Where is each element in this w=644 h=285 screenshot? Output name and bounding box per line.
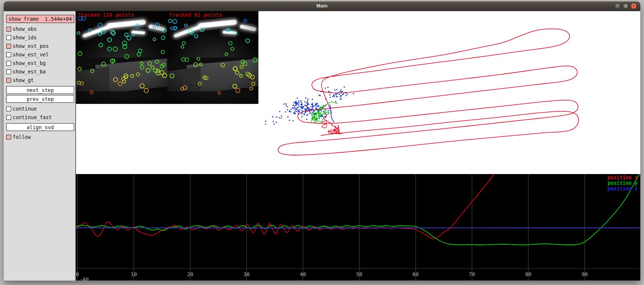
- feature-circle: [183, 86, 187, 89]
- checkbox-box-show_est_vel[interactable]: [6, 52, 11, 57]
- blue-landmark-dot: [299, 111, 300, 112]
- blue-landmark-dot: [315, 105, 316, 106]
- minimize-button[interactable]: ─: [614, 3, 621, 9]
- blue-landmark-dot: [312, 99, 313, 100]
- blue-landmark-dot: [293, 120, 294, 121]
- blue-landmark-dot: [340, 89, 341, 91]
- checkbox-label: show_gt: [13, 77, 34, 83]
- blue-landmark-dot: [307, 103, 308, 104]
- blue-landmark-dot: [300, 100, 301, 101]
- blue-landmark-dot: [341, 98, 342, 99]
- checkbox-follow[interactable]: follow: [6, 134, 74, 140]
- checkbox-show_est_ba[interactable]: show_est_ba: [6, 69, 74, 74]
- position-plot[interactable]: 0102030405060708090-40position xposition…: [76, 174, 640, 281]
- checkbox-box-continue_fast[interactable]: [6, 115, 11, 120]
- camera-image-0[interactable]: Tracked 116 points: [76, 11, 167, 104]
- blue-landmark-dot: [340, 96, 341, 98]
- feature-circle: [98, 32, 102, 36]
- blue-landmark-dot: [301, 102, 302, 103]
- blue-landmark-dot: [298, 111, 299, 112]
- checkbox-continue[interactable]: continue: [6, 106, 74, 111]
- button-prev_step[interactable]: prev_step: [6, 95, 74, 103]
- feature-circle: [127, 36, 131, 40]
- plot-canvas: [76, 174, 640, 281]
- checkbox-box-continue[interactable]: [6, 107, 11, 111]
- checkbox-label: show_est_ba: [13, 69, 46, 75]
- feature-circle: [140, 62, 143, 65]
- plot-legend: position xposition yposition z: [608, 175, 638, 191]
- checkbox-show_est_vel[interactable]: show_est_vel: [6, 52, 74, 57]
- blue-landmark-dot: [300, 107, 301, 108]
- feature-circle: [108, 38, 112, 42]
- plot-series-z: [76, 228, 640, 228]
- feature-circle: [198, 82, 201, 85]
- feature-circle: [77, 32, 80, 35]
- feature-circle: [137, 53, 141, 56]
- feature-overlay: [167, 11, 258, 104]
- x-tick-label: 90: [577, 271, 592, 277]
- feature-circle: [141, 66, 144, 69]
- blue-landmark-dot: [301, 113, 303, 114]
- blue-landmark-dot: [314, 105, 315, 107]
- x-tick-label: 60: [408, 271, 423, 277]
- checkbox-show_ids[interactable]: show_ids: [6, 35, 74, 40]
- checkbox-show_gt[interactable]: show_gt: [6, 78, 74, 83]
- feature-circle: [250, 87, 253, 90]
- blue-landmark-dot: [325, 88, 326, 89]
- feature-circle: [131, 75, 133, 78]
- blue-landmark-dot: [318, 95, 320, 96]
- checkbox-box-show_est_bg[interactable]: [6, 61, 11, 66]
- checkbox-box-show_obs[interactable]: [6, 27, 11, 32]
- blue-landmark-dot: [281, 118, 282, 119]
- maximize-button[interactable]: [622, 3, 629, 9]
- blue-landmark-dot: [273, 121, 274, 122]
- feature-circle: [197, 58, 200, 60]
- feature-overlay: [76, 11, 167, 104]
- blue-landmark-dot: [274, 124, 275, 125]
- frame-slider[interactable]: show_frame1.544e+04: [6, 15, 74, 23]
- button-next_step[interactable]: next_step: [6, 86, 74, 94]
- checkbox-show_est_pos[interactable]: show_est_pos: [6, 43, 74, 49]
- button-align_svd[interactable]: align_svd: [6, 123, 74, 131]
- checkbox-box-show_ids[interactable]: [6, 35, 11, 40]
- blue-landmark-dot: [307, 114, 308, 115]
- blue-landmark-dot: [304, 105, 306, 106]
- blue-landmark-dot: [296, 111, 297, 112]
- x-tick-label: 30: [239, 271, 254, 277]
- x-tick-label: 50: [352, 271, 367, 277]
- feature-circle: [161, 50, 165, 53]
- blue-landmark-dot: [291, 109, 292, 110]
- legend-item: position z: [608, 186, 638, 191]
- checkbox-show_obs[interactable]: show_obs: [6, 26, 74, 32]
- blue-landmark-dot: [341, 95, 342, 96]
- feature-circle: [77, 81, 80, 85]
- blue-landmark-dot: [334, 96, 335, 97]
- blue-landmark-dot: [301, 105, 302, 106]
- blue-landmark-dot: [320, 95, 321, 96]
- plot-series-x: [76, 174, 494, 239]
- feature-circle: [194, 63, 198, 67]
- blue-landmark-dot: [340, 91, 341, 92]
- checkbox-box-show_est_pos[interactable]: [6, 44, 11, 49]
- blue-landmark-dot: [315, 104, 316, 105]
- feature-circle: [229, 42, 232, 45]
- blue-landmark-dot: [289, 111, 290, 112]
- checkbox-box-follow[interactable]: [6, 135, 11, 140]
- close-button[interactable]: ✕: [631, 3, 637, 9]
- blue-landmark-dot: [318, 105, 319, 106]
- feature-circle: [144, 88, 149, 93]
- checkbox-continue_fast[interactable]: continue_fast: [6, 115, 74, 120]
- blue-landmark-dot: [344, 86, 345, 88]
- title-bar[interactable]: Main ─ ✕: [4, 1, 640, 11]
- blue-landmark-dot: [346, 95, 347, 96]
- feature-circle: [78, 67, 82, 71]
- blue-landmark-dot: [305, 97, 306, 98]
- frame-slider-value: 1.544e+04: [45, 16, 72, 22]
- blue-landmark-dot: [327, 87, 328, 88]
- checkbox-show_est_bg[interactable]: show_est_bg: [6, 60, 74, 66]
- camera-image-1[interactable]: Tracked 92 points: [167, 11, 258, 104]
- blue-landmark-dot: [340, 99, 341, 100]
- feature-circle: [102, 62, 106, 66]
- checkbox-box-show_gt[interactable]: [6, 78, 11, 83]
- checkbox-box-show_est_ba[interactable]: [6, 69, 11, 74]
